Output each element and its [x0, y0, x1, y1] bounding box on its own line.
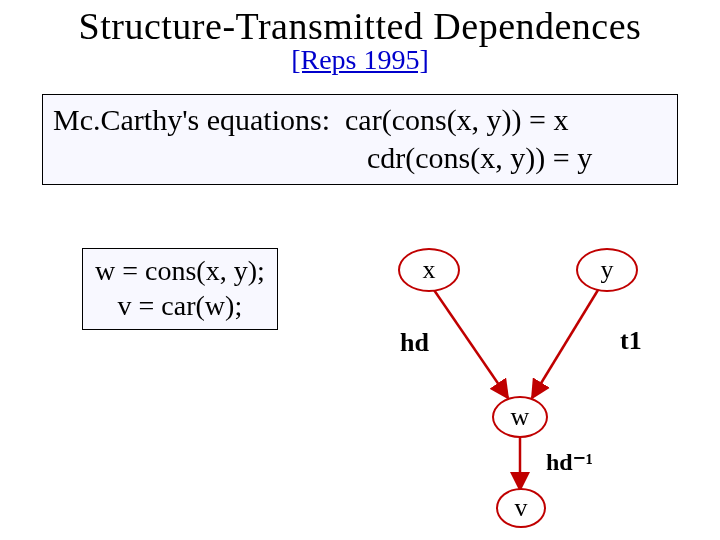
- node-v: v: [496, 488, 546, 528]
- edge-label-hd: hd: [400, 328, 429, 358]
- eq1: car(cons(x, y)) = x: [345, 103, 569, 136]
- code-box: w = cons(x, y); v = car(w);: [82, 248, 278, 330]
- node-x: x: [398, 248, 460, 292]
- code-line-1: w = cons(x, y);: [95, 253, 265, 288]
- dependency-diagram: x y w v hd t1 hd⁻¹: [380, 240, 700, 530]
- edge-label-hd-inv: hd⁻¹: [546, 448, 593, 476]
- equations-box: Mc.Carthy's equations: car(cons(x, y)) =…: [42, 94, 678, 185]
- eq2: cdr(cons(x, y)) = y: [367, 141, 592, 174]
- svg-line-1: [532, 290, 598, 398]
- edge-label-t1: t1: [620, 326, 642, 356]
- slide-title: Structure-Transmitted Dependences: [0, 4, 720, 48]
- node-y: y: [576, 248, 638, 292]
- node-w: w: [492, 396, 548, 438]
- eq-heading: Mc.Carthy's equations:: [53, 103, 330, 136]
- svg-line-0: [434, 290, 508, 398]
- code-line-2: v = car(w);: [95, 288, 265, 323]
- citation-link[interactable]: [Reps 1995]: [0, 44, 720, 76]
